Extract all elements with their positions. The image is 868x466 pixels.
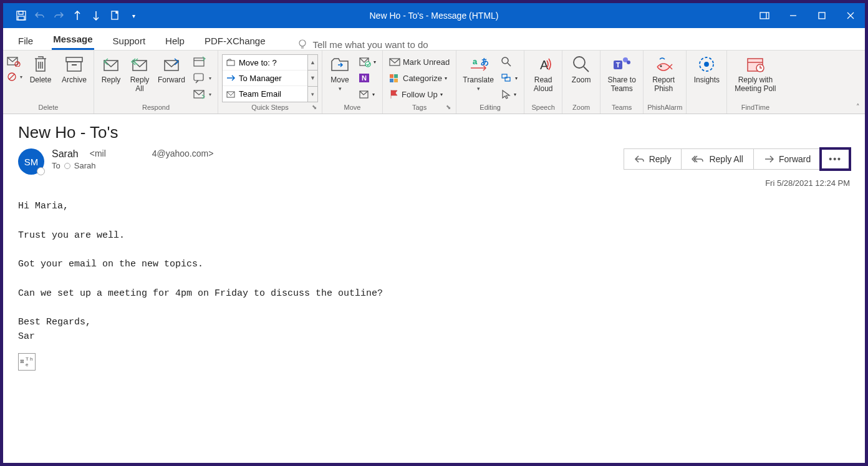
recipient-presence-icon: [64, 163, 70, 169]
group-phish-label: PhishAlarm: [647, 102, 682, 114]
svg-text:あ: あ: [481, 57, 488, 66]
trash-icon: [31, 54, 51, 74]
group-teams-label: Teams: [604, 102, 639, 114]
archive-button[interactable]: Archive: [59, 54, 90, 84]
svg-rect-4: [760, 12, 769, 19]
display-settings-icon[interactable]: [750, 3, 779, 28]
tab-file[interactable]: File: [17, 32, 34, 50]
svg-rect-35: [390, 79, 393, 82]
to-label: To: [52, 161, 60, 170]
reply-arrow-icon: [634, 155, 644, 163]
lightbulb-icon: [297, 39, 308, 50]
prev-item-icon[interactable]: [72, 10, 83, 21]
presence-indicator-icon: [37, 167, 45, 175]
junk-icon[interactable]: ▾: [7, 72, 22, 82]
delete-label: Delete: [30, 75, 52, 84]
im-reply-icon[interactable]: ▾: [190, 70, 214, 85]
meeting-reply-icon[interactable]: [190, 54, 214, 69]
zoom-button[interactable]: Zoom: [566, 54, 596, 84]
reply-button[interactable]: Reply: [98, 54, 124, 84]
to-name: Sarah: [74, 161, 96, 170]
mark-unread-button[interactable]: Mark Unread: [387, 54, 452, 69]
calendar-poll-icon: [745, 54, 765, 74]
maximize-button[interactable]: [808, 3, 836, 28]
action-reply-button[interactable]: Reply: [624, 148, 682, 170]
meeting-poll-button[interactable]: Reply with Meeting Poll: [731, 54, 779, 94]
quick-steps-gallery[interactable]: Move to: ? To Manager Team Email: [222, 54, 308, 102]
tab-pdf[interactable]: PDF-XChange: [203, 32, 267, 50]
qs-more-icon[interactable]: ▾: [308, 87, 317, 102]
insights-button[interactable]: Insights: [690, 54, 723, 84]
undo-icon[interactable]: [34, 10, 46, 21]
forward-button[interactable]: Forward: [155, 54, 188, 84]
tab-help[interactable]: Help: [164, 32, 186, 50]
svg-text:N: N: [362, 74, 367, 82]
quicksteps-launcher-icon[interactable]: ⬊: [312, 104, 317, 110]
save-icon[interactable]: [16, 10, 27, 21]
qat-customize-icon[interactable]: ▾: [128, 10, 139, 21]
translate-label: Translate: [463, 75, 494, 84]
svg-rect-25: [227, 61, 234, 66]
move-folder-icon: [330, 54, 350, 74]
print-icon[interactable]: [109, 10, 120, 21]
svg-point-49: [627, 61, 630, 64]
group-quicksteps-label: Quick Steps: [251, 104, 288, 111]
svg-rect-15: [66, 57, 82, 62]
collapse-ribbon-icon[interactable]: ˄: [856, 103, 860, 111]
svg-point-9: [299, 40, 306, 46]
reply-all-button[interactable]: Reply All: [127, 54, 153, 94]
onenote-icon[interactable]: N: [356, 70, 379, 85]
read-aloud-button[interactable]: A Read Aloud: [528, 54, 558, 94]
group-respond-label: Respond: [98, 102, 214, 114]
find-icon[interactable]: [499, 54, 520, 69]
redo-icon[interactable]: [53, 10, 64, 21]
related-icon[interactable]: ▾: [499, 70, 520, 85]
more-actions-button[interactable]: •••: [821, 148, 850, 170]
follow-up-button[interactable]: Follow Up▾: [387, 87, 452, 102]
share-to-teams-button[interactable]: T Share to Teams: [604, 54, 639, 94]
archive-icon: [64, 54, 84, 74]
arrow-right-icon: [226, 74, 235, 82]
meeting-poll-label: Reply with Meeting Poll: [735, 75, 776, 94]
action-reply-all-button[interactable]: Reply All: [681, 148, 753, 170]
svg-point-39: [502, 57, 508, 64]
folder-move-icon: [226, 59, 235, 66]
qs-down-icon[interactable]: ▼: [308, 70, 317, 86]
qs-up-icon[interactable]: ▲: [308, 55, 317, 70]
avatar[interactable]: SM: [18, 148, 44, 175]
select-icon[interactable]: ▾: [499, 87, 520, 102]
report-phish-button[interactable]: Report Phish: [647, 54, 680, 94]
tell-me-search[interactable]: Tell me what you want to do: [297, 39, 428, 50]
forward-label: Forward: [158, 75, 185, 84]
move-button[interactable]: Move ▾: [326, 54, 354, 92]
reply-label: Reply: [102, 75, 121, 84]
delete-button[interactable]: Delete: [25, 54, 56, 84]
mail-icon: [226, 90, 235, 98]
actions-icon[interactable]: ▾: [356, 87, 379, 102]
next-item-icon[interactable]: [90, 10, 102, 21]
reply-all-label: Reply All: [130, 75, 150, 94]
close-button[interactable]: [836, 3, 865, 28]
rules-icon[interactable]: ▾: [356, 54, 379, 69]
svg-rect-23: [194, 74, 203, 80]
phish-icon: [653, 54, 673, 74]
teams-icon: T: [612, 54, 632, 74]
svg-line-45: [584, 67, 589, 72]
svg-line-14: [9, 74, 14, 79]
tags-launcher-icon[interactable]: ⬊: [446, 104, 451, 110]
svg-rect-16: [67, 62, 81, 71]
categorize-button[interactable]: Categorize▾: [387, 70, 452, 85]
reply-icon: [101, 54, 121, 74]
translate-button[interactable]: aあ Translate ▾: [460, 54, 496, 92]
window-title: New Ho - To's - Message (HTML): [369, 11, 498, 21]
read-aloud-icon: A: [533, 54, 553, 74]
forward-arrow-icon: [764, 155, 774, 163]
more-respond-icon[interactable]: ▾: [190, 87, 214, 102]
attachment-stub[interactable]: ⊠ T h e: [18, 353, 36, 371]
tab-support[interactable]: Support: [112, 32, 147, 50]
quick-access-toolbar: ▾: [3, 10, 139, 21]
minimize-button[interactable]: [779, 3, 808, 28]
action-forward-button[interactable]: Forward: [753, 148, 821, 170]
tab-message[interactable]: Message: [52, 30, 94, 50]
ignore-icon[interactable]: [7, 56, 22, 67]
